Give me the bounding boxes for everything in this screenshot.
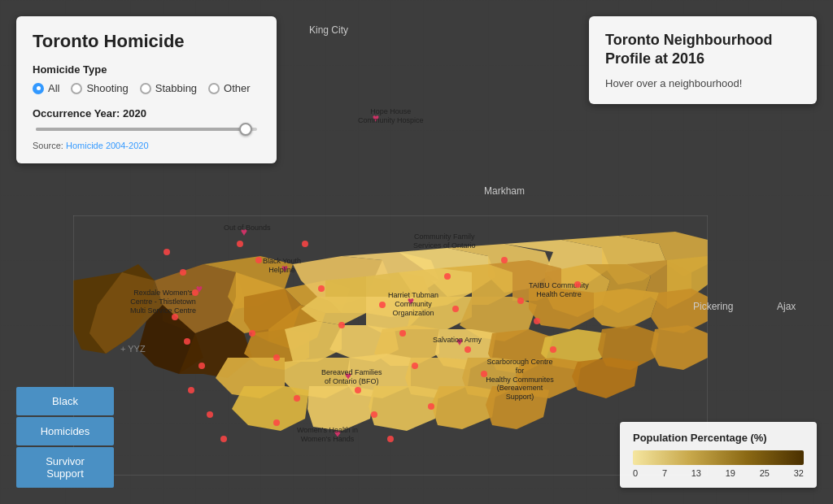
btn-survivor-support[interactable]: Survivor Support <box>16 447 114 488</box>
homicide-dot <box>481 371 487 377</box>
radio-circle-all <box>33 83 44 94</box>
homicide-dot <box>399 330 406 337</box>
btn-homicides[interactable]: Homicides <box>16 417 114 445</box>
city-label-markham: Markham <box>484 185 525 197</box>
heart-marker-harriet: ♥ <box>408 294 414 307</box>
svg-marker-34 <box>285 321 342 362</box>
homicide-dot <box>387 436 394 442</box>
homicide-dot <box>164 249 170 255</box>
homicide-type-label: Homicide Type <box>33 63 260 76</box>
source-link[interactable]: Homicide 2004-2020 <box>66 141 149 150</box>
radio-label-all: All <box>48 82 59 94</box>
legend-title: Population Percentage (%) <box>633 432 804 444</box>
city-label-ajax: Ajax <box>777 301 796 312</box>
homicide-type-radio-group: All Shooting Stabbing Other <box>33 82 260 94</box>
homicide-dot <box>550 346 556 353</box>
homicide-dot <box>273 354 280 361</box>
homicide-dot <box>172 314 178 320</box>
legend-val-19: 19 <box>726 468 735 478</box>
city-label-kingcity: King City <box>309 24 348 36</box>
homicide-dot <box>188 387 194 393</box>
heart-marker-salvation: ♥ <box>456 335 463 348</box>
heart-marker-bereaved: ♥ <box>345 369 351 382</box>
radio-circle-stabbing <box>140 83 151 94</box>
homicide-dot <box>452 306 459 312</box>
sidebar-buttons: Black Homicides Survivor Support <box>16 387 114 488</box>
homicide-dot <box>180 269 186 276</box>
svg-marker-52 <box>431 386 496 429</box>
source-label: Source: <box>33 141 63 150</box>
heart-marker-hope-house: ♥ <box>373 111 379 124</box>
homicide-dot <box>249 330 255 337</box>
homicide-dot <box>464 346 471 353</box>
homicide-dot <box>220 436 227 442</box>
legend-gradient-bar <box>633 450 804 465</box>
radio-label-shooting: Shooting <box>86 82 128 94</box>
legend-val-13: 13 <box>691 468 701 478</box>
homicide-dot <box>184 338 190 345</box>
legend-val-32: 32 <box>794 468 804 478</box>
radio-label-other: Other <box>224 82 251 94</box>
homicide-dot <box>255 257 262 263</box>
occurrence-label: Occurrence Year: 2020 <box>33 107 260 119</box>
homicide-dot <box>379 302 386 308</box>
heart-marker-womens: ♥ <box>334 427 341 440</box>
homicide-dot <box>294 395 300 402</box>
legend-val-25: 25 <box>760 468 770 478</box>
year-slider-container <box>33 128 260 131</box>
neighbourhood-panel: Toronto Neighbourhood Profile at 2016 Ho… <box>589 16 817 104</box>
radio-label-stabbing: Stabbing <box>155 82 197 94</box>
homicide-dot <box>444 273 451 280</box>
homicide-dot <box>574 281 581 288</box>
neighbourhood-panel-title: Toronto Neighbourhood Profile at 2016 <box>605 31 800 69</box>
homicide-dot <box>237 241 243 247</box>
airport-label-yyz: + YYZ <box>120 344 146 354</box>
slider-fill <box>36 128 246 131</box>
homicide-dot <box>318 285 325 292</box>
homicide-dot <box>302 241 308 247</box>
homicide-dot <box>501 257 508 263</box>
homicide-dot <box>338 322 345 328</box>
homicide-dot <box>273 419 280 426</box>
radio-other[interactable]: Other <box>208 82 251 94</box>
legend-labels: 0 7 13 19 25 32 <box>633 468 804 478</box>
neighbourhood-panel-subtitle: Hover over a neighbourhood! <box>605 77 800 89</box>
radio-stabbing[interactable]: Stabbing <box>140 82 197 94</box>
homicide-dot <box>534 318 540 324</box>
homicide-dot <box>355 387 361 393</box>
panel-title: Toronto Homicide <box>33 31 260 52</box>
legend-val-0: 0 <box>633 468 638 478</box>
svg-marker-31 <box>594 289 659 329</box>
radio-shooting[interactable]: Shooting <box>71 82 128 94</box>
homicide-dot <box>428 403 434 410</box>
heart-marker-1: ♥ <box>241 225 247 238</box>
source-text: Source: Homicide 2004-2020 <box>33 141 260 150</box>
radio-circle-other <box>208 83 220 94</box>
slider-track[interactable] <box>36 128 257 131</box>
svg-marker-53 <box>486 386 549 429</box>
homicide-dot <box>371 411 377 418</box>
homicide-dot <box>412 363 418 369</box>
radio-all[interactable]: All <box>33 82 59 94</box>
svg-marker-41 <box>651 325 708 370</box>
legend-val-7: 7 <box>662 468 667 478</box>
svg-marker-49 <box>232 386 309 431</box>
label-hope-house: Hope HouseCommunity Hospice <box>358 107 424 125</box>
homicide-dot <box>207 411 213 418</box>
homicide-panel: Toronto Homicide Homicide Type All Shoot… <box>16 16 277 163</box>
radio-circle-shooting <box>71 83 82 94</box>
svg-marker-50 <box>307 386 374 431</box>
homicide-dot <box>517 298 524 304</box>
svg-marker-48 <box>572 358 639 398</box>
homicide-dot <box>198 363 205 369</box>
homicide-dot <box>192 289 198 296</box>
heart-marker-black-youth: ♥ <box>281 262 288 275</box>
slider-thumb[interactable] <box>239 123 252 136</box>
btn-black[interactable]: Black <box>16 387 114 415</box>
legend: Population Percentage (%) 0 7 13 19 25 3… <box>620 422 817 488</box>
